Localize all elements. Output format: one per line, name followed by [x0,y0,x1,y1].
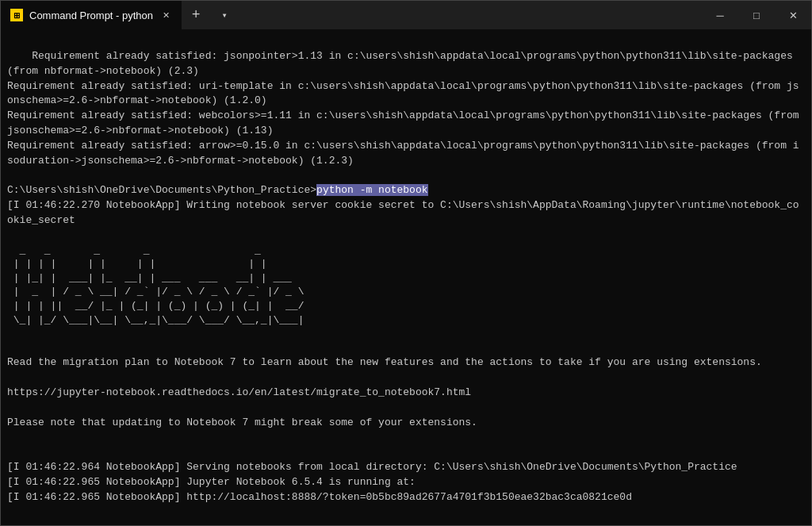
minimize-button[interactable]: ─ [702,1,738,29]
output-line-2: Requirement already satisfied: uri-templ… [7,80,799,107]
terminal-window: ⊞ Command Prompt - python ✕ + ▾ ─ □ ✕ Re… [0,0,812,526]
output-line-url: https://jupyter-notebook.readthedocs.io/… [7,386,471,398]
output-line-7: Please note that updating to Notebook 7 … [7,417,477,428]
output-line-10: [I 01:46:22.965 NotebookApp] http://loca… [7,491,632,503]
titlebar: ⊞ Command Prompt - python ✕ + ▾ ─ □ ✕ [1,1,811,29]
terminal-body[interactable]: Requirement already satisfied: jsonpoint… [1,29,811,525]
tab-close-button[interactable]: ✕ [159,9,172,21]
active-tab[interactable]: ⊞ Command Prompt - python ✕ [1,1,182,29]
tab-dropdown-button[interactable]: ▾ [210,1,239,29]
tab-title: Command Prompt - python [29,10,153,21]
terminal-icon: ⊞ [10,9,23,21]
output-line-5: [I 01:46:22.270 NotebookApp] Writing not… [7,199,799,226]
command-highlight: python -m notebook [316,184,427,196]
prompt-line: C:\Users\shish\OneDrive\Documents\Python… [7,184,428,196]
output-line-4: Requirement already satisfied: arrow>=0.… [7,140,799,167]
new-tab-button[interactable]: + [182,1,210,29]
window-controls: ─ □ ✕ [702,1,811,29]
output-line-9: [I 01:46:22.965 NotebookApp] Jupyter Not… [7,476,416,488]
output-line-1: Requirement already satisfied: jsonpoint… [7,50,799,77]
ascii-art-logo: _ _ _ _ _ | | | | | | | | | | | |_| | __… [7,244,805,341]
close-button[interactable]: ✕ [775,1,811,29]
output-line-3: Requirement already satisfied: webcolors… [7,109,805,136]
output-line-8: [I 01:46:22.964 NotebookApp] Serving not… [7,461,737,473]
maximize-button[interactable]: □ [738,1,775,29]
output-line-6: Read the migration plan to Notebook 7 to… [7,356,762,368]
